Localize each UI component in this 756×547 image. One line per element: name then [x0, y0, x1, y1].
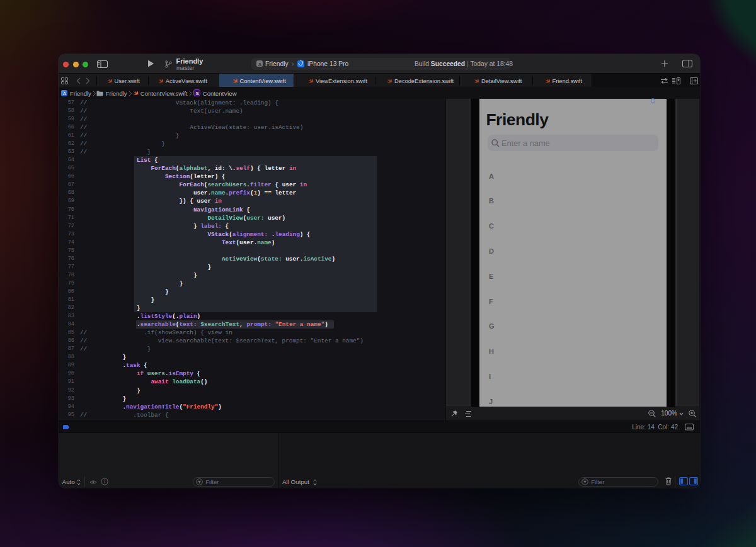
- svg-text:i: i: [104, 478, 105, 485]
